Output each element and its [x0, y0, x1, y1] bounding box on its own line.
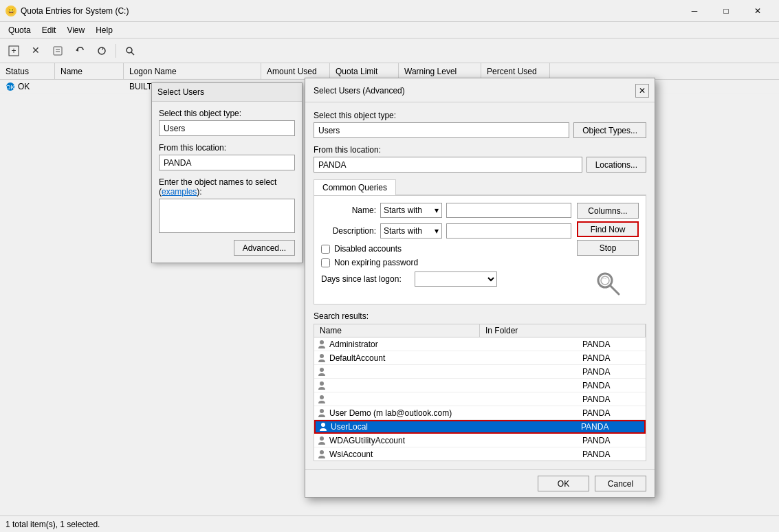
user-icon [318, 422, 328, 432]
col-header-logon[interactable]: Logon Name [124, 63, 261, 79]
bg-names-input[interactable] [159, 199, 295, 233]
menu-quota[interactable]: Quota [3, 24, 36, 36]
name-query-label: Name: [321, 206, 376, 215]
location-group: From this location: Locations... [314, 145, 646, 173]
results-row-selected[interactable]: UserLocal PANDA [314, 420, 646, 434]
user-icon [317, 367, 327, 377]
results-row[interactable]: Administrator PANDA [314, 337, 646, 351]
status-icon: OK [6, 82, 15, 91]
tab-common-queries[interactable]: Common Queries [314, 179, 396, 195]
col-header-status[interactable]: Status [0, 63, 55, 79]
main-dialog-close[interactable]: ✕ [635, 84, 649, 98]
results-folder-cell: PANDA [577, 450, 646, 459]
minimize-button[interactable]: ─ [679, 0, 710, 22]
results-table[interactable]: Name In Folder Administrator PANDA [314, 324, 646, 461]
svg-point-14 [601, 276, 609, 285]
magnifier-icon [594, 269, 622, 297]
search-button[interactable] [120, 41, 140, 60]
main-dialog-body: Select this object type: Object Types...… [305, 102, 655, 469]
locations-button[interactable]: Locations... [586, 157, 646, 173]
search-results-label: Search results: [314, 311, 646, 321]
columns-button[interactable]: Columns... [577, 203, 639, 219]
chevron-down-icon: ▾ [435, 206, 439, 215]
refresh-button[interactable] [92, 41, 111, 60]
description-query-label: Description: [321, 226, 376, 236]
svg-text:+: + [11, 46, 16, 56]
results-row[interactable]: DefaultAccount PANDA [314, 351, 646, 365]
col-header-name[interactable]: Name [55, 63, 124, 79]
find-now-button[interactable]: Find Now [577, 221, 639, 237]
toolbar-divider [116, 44, 116, 58]
results-folder-cell: PANDA [577, 381, 646, 390]
results-folder-cell: PANDA [577, 395, 646, 404]
description-filter-dropdown[interactable]: Starts with ▾ [380, 223, 442, 239]
results-row[interactable]: PANDA [314, 392, 646, 406]
disabled-accounts-label: Disabled accounts [334, 244, 402, 254]
name-query-input[interactable] [446, 203, 571, 218]
col-header-percent[interactable]: Percent Used [481, 63, 550, 79]
status-cell: OK [18, 82, 30, 91]
results-row[interactable]: PANDA [314, 365, 646, 379]
close-button[interactable]: ✕ [742, 0, 773, 22]
search-results-section: Search results: Name In Folder Administr… [314, 311, 646, 461]
svg-point-15 [320, 340, 324, 344]
bg-location-label: From this location: [159, 143, 295, 153]
non-expiring-checkbox[interactable] [321, 258, 330, 267]
results-name-cell-selected: UserLocal [316, 422, 575, 432]
results-row[interactable]: WsiAccount PANDA [314, 447, 646, 461]
chevron-down-icon2: ▾ [435, 226, 439, 236]
svg-point-16 [320, 354, 324, 358]
cancel-button[interactable]: Cancel [595, 476, 646, 491]
main-dialog-titlebar: Select Users (Advanced) ✕ [305, 78, 655, 102]
location-label: From this location: [314, 145, 646, 155]
svg-point-22 [320, 436, 324, 441]
col-header-amount[interactable]: Amount Used [261, 63, 330, 79]
menu-view[interactable]: View [61, 24, 90, 36]
col-header-warning[interactable]: Warning Level [399, 63, 481, 79]
object-type-group: Select this object type: Object Types... [314, 111, 646, 138]
delete-button[interactable]: ✕ [26, 41, 45, 60]
user-icon [317, 395, 327, 404]
examples-link[interactable]: examples [162, 187, 197, 197]
object-types-button[interactable]: Object Types... [573, 122, 646, 138]
disabled-accounts-checkbox[interactable] [321, 245, 330, 254]
new-entry-button[interactable]: + [4, 41, 23, 60]
results-folder-cell: PANDA [577, 353, 646, 363]
user-icon [317, 450, 327, 459]
name-query-row: Name: Starts with ▾ [321, 203, 571, 218]
svg-text:OK: OK [6, 84, 14, 91]
name-filter-dropdown[interactable]: Starts with ▾ [380, 203, 442, 218]
col-header-quota[interactable]: Quota Limit [330, 63, 399, 79]
svg-line-13 [611, 286, 619, 294]
advanced-button[interactable]: Advanced... [234, 240, 295, 256]
svg-point-19 [320, 395, 324, 399]
disabled-accounts-row: Disabled accounts [321, 244, 571, 254]
location-input[interactable] [314, 157, 582, 173]
results-folder-cell: PANDA [577, 408, 646, 418]
bg-names-label: Enter the object names to select (exampl… [159, 177, 295, 197]
object-type-input[interactable] [314, 122, 569, 138]
results-name-cell: DefaultAccount [314, 353, 577, 363]
svg-point-7 [98, 47, 105, 54]
toolbar: + ✕ [0, 38, 779, 63]
results-row[interactable]: WDAGUtilityAccount PANDA [314, 434, 646, 447]
svg-point-23 [320, 450, 324, 454]
properties-button[interactable] [48, 41, 67, 60]
results-col-folder: In Folder [480, 324, 646, 337]
ok-button[interactable]: OK [538, 476, 589, 491]
bg-object-type-field: Users [159, 120, 295, 136]
undo-button[interactable] [70, 41, 89, 60]
results-folder-cell: PANDA [577, 436, 646, 445]
description-query-input[interactable] [446, 223, 571, 239]
stop-button[interactable]: Stop [577, 240, 639, 256]
maximize-button[interactable]: □ [710, 0, 742, 22]
results-row[interactable]: PANDA [314, 379, 646, 392]
menu-help[interactable]: Help [90, 24, 118, 36]
menu-edit[interactable]: Edit [36, 24, 62, 36]
description-query-row: Description: Starts with ▾ [321, 223, 571, 239]
results-name-cell [314, 367, 577, 377]
results-row[interactable]: User Demo (m lab@outlook.com) PANDA [314, 406, 646, 420]
days-dropdown[interactable] [415, 271, 497, 287]
svg-point-18 [320, 381, 324, 386]
svg-point-8 [127, 47, 132, 53]
